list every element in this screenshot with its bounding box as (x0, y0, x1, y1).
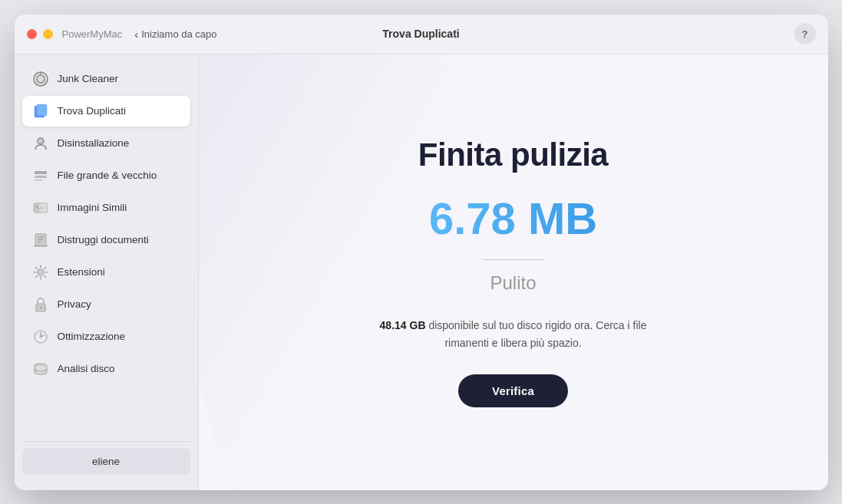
titlebar: PowerMyMac ‹ Iniziamo da capo Trova Dupl… (15, 15, 828, 54)
sidebar: Junk Cleaner Trova Duplicati (15, 54, 199, 490)
svg-point-21 (39, 335, 41, 338)
main-title: Finita pulizia (418, 137, 608, 173)
svg-rect-7 (35, 176, 47, 178)
user-button[interactable]: eliene (22, 448, 190, 475)
divider (483, 259, 544, 260)
close-button[interactable] (27, 29, 37, 39)
immagini-simili-icon (31, 199, 50, 217)
ottimizzazione-icon (31, 328, 50, 346)
sidebar-label-distruggi-documenti: Distruggi documenti (58, 234, 149, 245)
minimize-button[interactable] (43, 29, 53, 39)
svg-point-19 (39, 306, 41, 308)
sidebar-item-immagini-simili[interactable]: Immagini Simili (22, 193, 190, 223)
window-title: Trova Duplicati (382, 28, 459, 40)
sidebar-label-privacy: Privacy (58, 298, 91, 310)
description: 48.14 GB disponibile sul tuo disco rigid… (375, 317, 652, 351)
sidebar-label-junk-cleaner: Junk Cleaner (58, 73, 119, 84)
sidebar-item-ottimizzazione[interactable]: Ottimizzazione (22, 321, 190, 352)
svg-rect-8 (35, 180, 42, 181)
svg-rect-12 (35, 234, 46, 246)
sidebar-item-trova-duplicati[interactable]: Trova Duplicati (22, 96, 190, 127)
disk-available: 48.14 GB (380, 319, 426, 331)
sidebar-item-analisi-disco[interactable]: Analisi disco (22, 354, 190, 384)
sidebar-item-disinstallazione[interactable]: Disinstallazione (22, 128, 190, 159)
sidebar-label-estensioni: Estensioni (58, 266, 105, 278)
svg-rect-6 (35, 171, 47, 174)
sidebar-label-immagini-simili: Immagini Simili (58, 202, 127, 213)
content-inner: Finita pulizia 6.78 MB Pulito 48.14 GB d… (375, 137, 652, 407)
sidebar-items: Junk Cleaner Trova Duplicati (22, 64, 190, 435)
sidebar-label-disinstallazione: Disinstallazione (58, 137, 130, 149)
sidebar-label-file-grande: File grande & vecchio (58, 170, 157, 181)
sidebar-label-ottimizzazione: Ottimizzazione (58, 331, 126, 342)
back-arrow-icon: ‹ (134, 28, 138, 41)
app-window: PowerMyMac ‹ Iniziamo da capo Trova Dupl… (15, 15, 828, 490)
sidebar-label-analisi-disco: Analisi disco (58, 363, 115, 374)
estensioni-icon (31, 263, 50, 282)
sidebar-item-junk-cleaner[interactable]: Junk Cleaner (22, 64, 190, 94)
svg-rect-10 (38, 203, 48, 212)
traffic-lights (27, 29, 53, 39)
back-nav[interactable]: ‹ Iniziamo da capo (134, 28, 216, 41)
sidebar-item-distruggi-documenti[interactable]: Distruggi documenti (22, 225, 190, 255)
verify-button[interactable]: Verifica (458, 374, 568, 407)
trova-duplicati-icon (31, 102, 50, 120)
sidebar-item-file-grande[interactable]: File grande & vecchio (22, 160, 190, 191)
sidebar-label-trova-duplicati: Trova Duplicati (58, 105, 127, 117)
distruggi-documenti-icon (31, 231, 50, 249)
sidebar-item-estensioni[interactable]: Estensioni (22, 257, 190, 288)
content-area: Finita pulizia 6.78 MB Pulito 48.14 GB d… (199, 54, 828, 490)
junk-cleaner-icon (31, 70, 50, 88)
disinstallazione-icon (31, 134, 50, 153)
file-grande-icon (31, 166, 50, 185)
back-label: Iniziamo da capo (141, 28, 216, 40)
svg-rect-16 (34, 245, 48, 247)
privacy-icon (31, 295, 50, 314)
svg-point-17 (38, 269, 44, 275)
svg-rect-4 (37, 104, 47, 116)
sidebar-footer: eliene (22, 441, 190, 481)
app-name: PowerMyMac (62, 28, 123, 40)
subtitle: Pulito (490, 272, 536, 294)
help-button[interactable]: ? (794, 23, 816, 44)
analisi-disco-icon (31, 360, 50, 378)
description-text: disponibile sul tuo disco rigido ora. Ce… (426, 319, 647, 348)
size-value: 6.78 MB (429, 196, 597, 241)
svg-point-5 (38, 138, 44, 144)
sidebar-item-privacy[interactable]: Privacy (22, 289, 190, 320)
main-body: Junk Cleaner Trova Duplicati (15, 54, 828, 490)
